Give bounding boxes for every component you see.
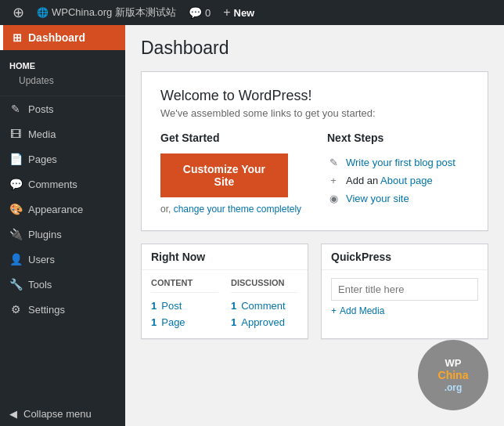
add-media-icon: + <box>331 305 337 316</box>
comments-count: 0 <box>205 7 211 19</box>
comments-nav-label: Comments <box>28 179 77 190</box>
comments-nav-icon: 💬 <box>9 178 22 190</box>
globe-icon: 🌐 <box>37 7 49 18</box>
next-steps-title: Next Steps <box>327 132 469 144</box>
quickpress-add-media-btn[interactable]: + Add Media <box>331 305 478 316</box>
dashboard-icon: ⊞ <box>13 31 22 44</box>
page-title: Dashboard <box>141 38 488 59</box>
post-link[interactable]: Post <box>161 300 182 312</box>
main-content: Dashboard Welcome to WordPress! We've as… <box>125 25 504 426</box>
next-step-view-site: ◉ View your site <box>327 190 469 208</box>
tools-label: Tools <box>28 279 52 291</box>
comments-item[interactable]: 💬 0 <box>182 0 217 25</box>
sidebar-item-media[interactable]: 🎞 Media <box>0 121 125 146</box>
tools-icon: 🔧 <box>9 278 22 291</box>
site-name-item[interactable]: 🌐 WPChina.org 新版本测试站 <box>31 0 182 25</box>
plugins-icon: 🔌 <box>9 228 22 240</box>
users-icon: 👤 <box>9 253 22 265</box>
plus-icon: + <box>223 5 230 20</box>
comments-count-row: 1 Comment <box>231 298 298 314</box>
sidebar-item-appearance[interactable]: 🎨 Appearance <box>0 197 125 222</box>
collapse-label: Collapse menu <box>23 408 92 420</box>
or-text: or, change your theme completely <box>160 204 302 215</box>
quickpress-title-input[interactable] <box>331 278 478 301</box>
comment-link[interactable]: Comment <box>241 300 285 312</box>
sidebar-item-settings[interactable]: ⚙ Settings <box>0 297 125 322</box>
right-now-title: Right Now <box>142 244 308 270</box>
customize-site-button[interactable]: Customize Your Site <box>160 153 288 197</box>
posts-icon: ✎ <box>9 103 22 115</box>
add-media-label: Add Media <box>340 305 384 316</box>
users-label: Users <box>28 254 55 265</box>
sidebar-item-dashboard[interactable]: ⊞ Dashboard <box>0 25 125 50</box>
plugins-label: Plugins <box>28 229 62 240</box>
bottom-panels: Right Now CONTENT 1 Post 1 Page <box>141 244 488 339</box>
add-page-icon: + <box>327 175 340 186</box>
welcome-subtitle: We've assembled some links to get you st… <box>160 107 469 119</box>
media-label: Media <box>28 128 56 140</box>
write-blog-post-link[interactable]: Write your first blog post <box>346 157 455 168</box>
next-steps-list: ✎ Write your first blog post + Add an Ab… <box>327 153 469 208</box>
discussion-col: DISCUSSION 1 Comment 1 Approved <box>231 278 298 330</box>
site-name-text: WPChina.org 新版本测试站 <box>52 5 176 20</box>
settings-label: Settings <box>28 304 65 316</box>
comment-icon: 💬 <box>189 6 202 19</box>
get-started-title: Get Started <box>160 132 302 144</box>
posts-label: Posts <box>28 103 54 115</box>
comments-count: 1 <box>231 300 236 312</box>
pages-count: 1 <box>151 316 157 328</box>
admin-bar: ⊕ 🌐 WPChina.org 新版本测试站 💬 0 + New <box>0 0 504 25</box>
next-step-blog-post: ✎ Write your first blog post <box>327 153 469 171</box>
sidebar: ⊞ Dashboard Home Updates ✎ Posts 🎞 Media… <box>0 25 125 426</box>
sidebar-item-users[interactable]: 👤 Users <box>0 247 125 272</box>
content-col: CONTENT 1 Post 1 Page <box>151 278 218 330</box>
collapse-icon: ◀ <box>9 408 17 420</box>
content-col-title: CONTENT <box>151 278 218 293</box>
sidebar-item-tools[interactable]: 🔧 Tools <box>0 272 125 297</box>
view-site-icon: ◉ <box>327 193 340 204</box>
sidebar-home-section: Home Updates <box>0 50 125 96</box>
quickpress-panel: QuickPress + Add Media <box>321 244 488 339</box>
next-steps-col: Next Steps ✎ Write your first blog post … <box>327 132 469 215</box>
approved-count-row: 1 Approved <box>231 314 298 330</box>
welcome-panel: Welcome to WordPress! We've assembled so… <box>141 71 488 231</box>
write-icon: ✎ <box>327 157 340 168</box>
discussion-col-title: DISCUSSION <box>231 278 298 293</box>
pages-icon: 📄 <box>9 153 22 165</box>
posts-count: 1 <box>151 300 157 312</box>
about-page-link[interactable]: About page <box>380 175 433 186</box>
change-theme-link[interactable]: change your theme completely <box>174 204 301 215</box>
sidebar-item-comments[interactable]: 💬 Comments <box>0 171 125 197</box>
new-label: New <box>234 7 255 19</box>
posts-count-row: 1 Post <box>151 298 218 314</box>
sidebar-home-title[interactable]: Home <box>0 56 125 72</box>
sidebar-item-updates[interactable]: Updates <box>0 72 125 89</box>
appearance-icon: 🎨 <box>9 203 22 215</box>
page-link[interactable]: Page <box>161 316 185 328</box>
view-site-link[interactable]: View your site <box>346 193 409 204</box>
sidebar-item-posts[interactable]: ✎ Posts <box>0 96 125 121</box>
appearance-label: Appearance <box>28 204 83 215</box>
approved-link[interactable]: Approved <box>241 316 285 328</box>
next-step-about-page: + Add an About page <box>327 171 469 190</box>
pages-label: Pages <box>28 153 57 165</box>
media-icon: 🎞 <box>9 128 22 140</box>
right-now-panel: Right Now CONTENT 1 Post 1 Page <box>141 244 308 339</box>
sidebar-item-plugins[interactable]: 🔌 Plugins <box>0 222 125 247</box>
pages-count-row: 1 Page <box>151 314 218 330</box>
sidebar-item-pages[interactable]: 📄 Pages <box>0 146 125 171</box>
sidebar-collapse-btn[interactable]: ◀ Collapse menu <box>0 402 125 426</box>
dashboard-label: Dashboard <box>28 31 85 44</box>
get-started-col: Get Started Customize Your Site or, chan… <box>160 132 302 215</box>
quickpress-title: QuickPress <box>322 244 488 270</box>
approved-count: 1 <box>231 316 236 328</box>
wp-logo-item[interactable]: ⊕ <box>6 0 31 25</box>
new-item[interactable]: + New <box>217 0 261 25</box>
welcome-title: Welcome to WordPress! <box>160 88 469 104</box>
wp-logo-icon: ⊕ <box>13 4 24 21</box>
settings-icon: ⚙ <box>9 303 22 316</box>
